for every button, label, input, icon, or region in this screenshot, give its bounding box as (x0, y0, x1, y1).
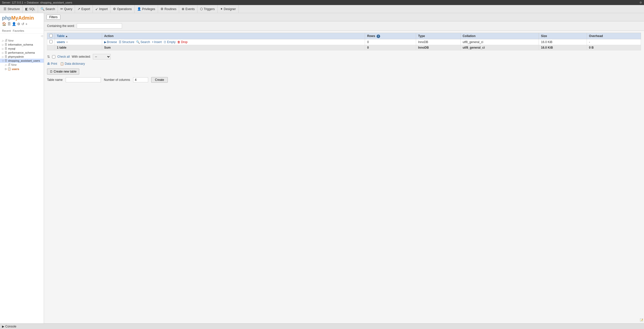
database-tables: Table ▲ Action Rows i Type Collation Siz… (47, 33, 641, 50)
sidebar-mysql-label: mysql (8, 47, 15, 50)
th-overhead: Overhead (587, 33, 641, 39)
import-icon: ↙ (95, 7, 98, 11)
sidebar-item-new-top[interactable]: ▷ 🗄 New (0, 39, 44, 43)
tab-sql[interactable]: ◧ SQL (23, 5, 38, 13)
create-button[interactable]: Create (151, 77, 168, 83)
query-icon: ✏ (60, 7, 63, 11)
tab-query[interactable]: ✏ Query (58, 5, 75, 13)
tab-search[interactable]: 🔍 Search (38, 5, 58, 13)
table-name-input[interactable] (66, 77, 101, 82)
settings-icon[interactable]: ⚙ (17, 22, 20, 26)
note-icon[interactable]: 📝 (640, 318, 643, 321)
tab-query-label: Query (64, 7, 72, 11)
layout: phpMyAdmin 🏠 🗄 👤 ⚙ ↺ + Recent Favorites … (0, 13, 644, 329)
print-link[interactable]: 🖶 Print (47, 62, 57, 65)
print-icon: 🖶 (47, 62, 50, 65)
browse-link[interactable]: ▶Browse (104, 40, 117, 44)
row-checkbox-cell (47, 39, 55, 45)
sidebar-collapse: ◁ (0, 34, 44, 38)
tab-privileges[interactable]: 👤 Privileges (135, 5, 158, 13)
export-icon: ↗ (77, 7, 80, 11)
recent-link[interactable]: Recent (2, 29, 11, 32)
star-icon[interactable]: ★ (66, 40, 68, 44)
console-label: Console (5, 325, 16, 328)
tab-export[interactable]: ↗ Export (75, 5, 93, 13)
tab-sql-label: SQL (29, 7, 35, 11)
db-icon-mysql: 🗄 (5, 47, 7, 50)
check-all-checkbox[interactable] (52, 55, 55, 58)
row-checkbox[interactable] (49, 40, 53, 43)
sidebar-item-information-schema[interactable]: ▷ 🗄 information_schema (0, 43, 44, 47)
collapse-icon[interactable]: ◁ (41, 34, 43, 37)
table-row: users ★ ▶Browse ☰Structure 🔍Search +Inse… (47, 39, 641, 45)
drop-link[interactable]: 🗑Drop (177, 40, 187, 44)
tab-events-label: Events (185, 7, 195, 11)
filter-input[interactable] (77, 23, 122, 28)
drop-icon: 🗑 (177, 40, 180, 44)
filters-button[interactable]: Filters (47, 15, 60, 20)
tab-routines[interactable]: ⚙ Routines (158, 5, 179, 13)
sidebar-item-users-table[interactable]: ▷ 📋 users (0, 67, 44, 71)
sidebar-ps-label: performance_schema (8, 51, 35, 54)
insert-icon: + (152, 40, 154, 44)
sum-overhead-cell: 0 B (587, 45, 641, 50)
sidebar-item-mysql[interactable]: ▷ 🗄 mysql (0, 47, 44, 51)
sidebar-item-phpmyadmin[interactable]: ▷ 🗄 phpmyadmin (0, 55, 44, 59)
tab-import[interactable]: ↙ Import (93, 5, 110, 13)
tab-search-label: Search (46, 7, 55, 11)
create-table-section: 🗋 Create new table Table name Number of … (44, 67, 644, 85)
tab-import-label: Import (99, 7, 108, 11)
sort-table-link[interactable]: Table ▲ (57, 34, 68, 38)
tab-designer[interactable]: ✦ Designer (218, 5, 239, 13)
rows-info-icon[interactable]: i (377, 35, 380, 38)
search-link[interactable]: 🔍Search (136, 40, 150, 44)
favorites-link[interactable]: Favorites (13, 29, 24, 32)
check-all-link[interactable]: Check all (57, 55, 70, 58)
db-icon-new-sub: 🗄 (8, 63, 10, 66)
console-bar[interactable]: ▶ Console (0, 323, 644, 329)
data-dictionary-link[interactable]: 📋 Data dictionary (60, 62, 85, 65)
db-icon[interactable]: 🗄 (7, 22, 11, 26)
refresh-icon[interactable]: ↺ (21, 22, 24, 26)
row-rows-cell: 0 (365, 39, 416, 45)
th-type: Type (416, 33, 461, 39)
table-name-link[interactable]: users (57, 40, 65, 44)
logo-area: phpMyAdmin 🏠 🗄 👤 ⚙ ↺ + (0, 13, 44, 28)
select-all-checkbox[interactable] (49, 34, 53, 37)
sum-size-cell: 16.0 KiB (539, 45, 587, 50)
with-selected-select[interactable]: -- Browse Drop Export (93, 54, 111, 59)
sidebar-item-shopping-assistant-users[interactable]: ▽ 🗄 shopping_assistant_users (0, 59, 44, 63)
empty-link[interactable]: 🗋Empty (164, 40, 176, 44)
expand-icon-sau: ▽ (2, 59, 4, 62)
sum-label-cell: Sum (102, 45, 365, 50)
th-action: Action (102, 33, 365, 39)
user-icon[interactable]: 👤 (12, 22, 16, 26)
structure-link[interactable]: ☰Structure (119, 40, 134, 44)
tab-structure[interactable]: ☰ Structure (1, 5, 23, 13)
sum-row: 1 table Sum 0 InnoDB utf8_general_ci 16.… (47, 45, 641, 50)
logo-icons: 🏠 🗄 👤 ⚙ ↺ + (2, 22, 42, 26)
triggers-icon: ⬡ (200, 7, 203, 11)
tabbar: ☰ Structure ◧ SQL 🔍 Search ✏ Query ↗ Exp… (0, 5, 644, 13)
breadcrumb-separator: » (24, 1, 26, 4)
gear-icon[interactable]: ⚙ (639, 1, 642, 4)
sidebar-item-new-sub[interactable]: ▷ 🗄 New (0, 63, 44, 67)
tab-operations-label: Operations (117, 7, 132, 11)
db-icon-sau: 🗄 (5, 59, 7, 62)
sidebar-item-performance-schema[interactable]: ▷ 🗄 performance_schema (0, 51, 44, 55)
search-tab-icon: 🔍 (41, 7, 45, 11)
database-info: Database: shopping_assistant_users (27, 1, 72, 4)
tab-triggers[interactable]: ⬡ Triggers (197, 5, 218, 13)
tab-operations[interactable]: ⚙ Operations (110, 5, 135, 13)
columns-input[interactable] (133, 77, 148, 82)
add-db-icon[interactable]: + (25, 22, 27, 26)
create-new-table-button[interactable]: 🗋 Create new table (47, 69, 79, 75)
tab-events[interactable]: ⊗ Events (179, 5, 197, 13)
th-collation: Collation (460, 33, 539, 39)
home-icon[interactable]: 🏠 (2, 22, 6, 26)
topbar: Server: 127.0.0.1 » Database: shopping_a… (0, 0, 644, 5)
insert-link[interactable]: +Insert (152, 40, 162, 44)
row-size-cell: 16.0 KiB (539, 39, 587, 45)
console-icon: ▶ (2, 325, 4, 328)
empty-icon: 🗋 (164, 40, 167, 44)
